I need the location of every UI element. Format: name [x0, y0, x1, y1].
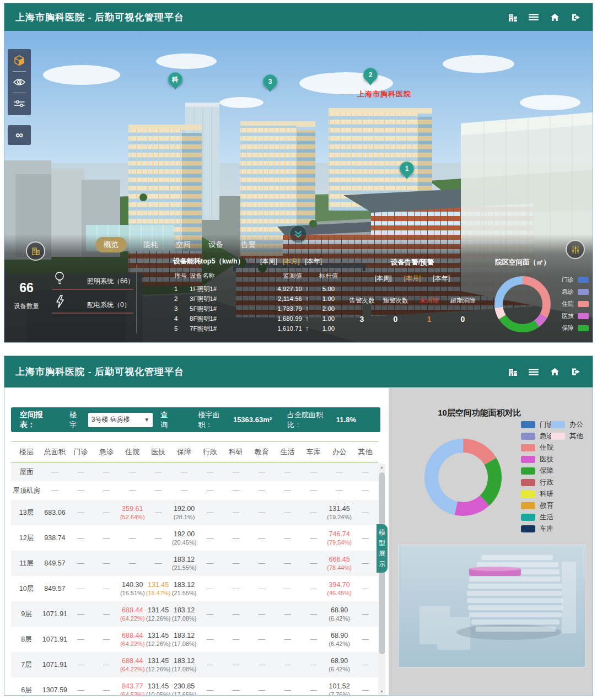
- cell-value: 68.90: [326, 657, 352, 665]
- table-cell: —: [249, 636, 275, 643]
- legend-swatch: [521, 433, 535, 440]
- alarm-stats: 告警次数预警次数未消除超期消除3010: [345, 297, 480, 324]
- table-scrollbar[interactable]: ▲ ▼: [378, 464, 385, 695]
- model-display-tab[interactable]: 模型展示: [377, 524, 388, 573]
- settings-equalizer-button[interactable]: [566, 240, 585, 259]
- column-header-4: 住院: [120, 447, 146, 457]
- table-cell: —: [249, 610, 275, 618]
- marker-label: 1: [400, 161, 414, 176]
- query-button[interactable]: 查询: [160, 410, 175, 430]
- divider: [52, 289, 133, 290]
- menu-icon[interactable]: [528, 367, 540, 378]
- alarm-period-0[interactable]: [本周]: [375, 274, 392, 283]
- eye-icon[interactable]: [11, 75, 28, 89]
- menu-icon[interactable]: [528, 12, 540, 23]
- legend-swatch: [578, 289, 589, 295]
- energy-period-2[interactable]: [本年]: [305, 257, 322, 266]
- home-icon[interactable]: [548, 367, 561, 378]
- cell-value: —: [197, 686, 223, 694]
- legend-item: 其他: [551, 430, 583, 442]
- building-list-button[interactable]: [26, 241, 45, 261]
- cell-percent: (16.51%): [120, 590, 146, 596]
- building-marker-1[interactable]: 1: [400, 161, 414, 180]
- table-cell: 1071.91: [42, 661, 68, 669]
- table-cell: —: [120, 534, 146, 542]
- cell-value: —: [300, 509, 326, 516]
- cell-value: —: [42, 468, 68, 476]
- model-tab-char: 展: [379, 549, 385, 558]
- cell-value: —: [94, 559, 120, 567]
- alarm-period-2[interactable]: [本年]: [433, 274, 450, 283]
- home-icon[interactable]: [548, 12, 561, 23]
- scene-tab-0[interactable]: 概览: [95, 237, 127, 252]
- cell-value: —: [275, 636, 300, 643]
- cell-value: —: [300, 487, 326, 494]
- table-cell: —: [94, 686, 120, 694]
- scroll-down-arrow[interactable]: ▼: [378, 688, 385, 695]
- cell-percent: (79.54%): [326, 539, 352, 546]
- scene-tab-2[interactable]: 空间: [175, 237, 192, 252]
- table-cell: —: [275, 636, 300, 643]
- scene-tab-1[interactable]: 能耗: [142, 237, 159, 252]
- cell-value: —: [197, 534, 223, 542]
- device-count-value: 66: [9, 281, 44, 295]
- floor-cell: 屋顶机房: [11, 486, 42, 496]
- cell-value: —: [300, 661, 326, 669]
- table-cell: —: [68, 534, 94, 542]
- logout-icon[interactable]: [569, 367, 582, 378]
- building-marker-科[interactable]: 科: [168, 72, 182, 91]
- table-cell: —: [223, 610, 249, 618]
- legend-label: 行政: [540, 478, 553, 487]
- cell-value: —: [249, 661, 275, 669]
- table-cell: —: [171, 468, 197, 476]
- cell-percent: (28.1%): [171, 514, 197, 520]
- cell-value: —: [146, 509, 171, 516]
- energy-top5-title: 设备能耗top5（kw/h）: [173, 257, 244, 266]
- campus-3d-scene[interactable]: ∞ 科321 上海市胸科医院 概览能耗空间设备告警 66 设备数量 照明系统（6…: [4, 31, 593, 342]
- table-cell: —: [197, 686, 223, 694]
- energy-period-1[interactable]: [本月]: [283, 257, 300, 266]
- power-system-label[interactable]: 配电系统（0）: [87, 300, 142, 310]
- scroll-up-arrow[interactable]: ▲: [378, 464, 385, 471]
- building-marker-3[interactable]: 3: [263, 74, 277, 93]
- table-cell: —: [146, 509, 171, 516]
- marker-label: 科: [168, 72, 182, 87]
- alarm-stat-label: 告警次数: [345, 297, 379, 305]
- cell-value: —: [326, 487, 352, 494]
- alarm-block: 设备告警/预警 [本周][本月][本年] 告警次数预警次数未消除超期消除3010: [345, 258, 480, 324]
- sliders-icon[interactable]: [11, 96, 28, 111]
- table-cell: —: [223, 468, 249, 476]
- legend-label: 生活: [540, 513, 553, 522]
- cell-value: —: [223, 686, 249, 694]
- building-area-label: 楼宇面积：: [198, 410, 233, 430]
- table-cell: —: [326, 468, 352, 476]
- hospital-icon[interactable]: [507, 12, 519, 23]
- legend-label: 医技: [540, 455, 553, 464]
- scene-tab-3[interactable]: 设备: [207, 237, 224, 252]
- column-header-10: 生活: [275, 447, 300, 457]
- energy-row: 23F照明1#2,114.56↑1.00: [173, 294, 322, 304]
- model-3d-preview[interactable]: [398, 545, 585, 667]
- building-area-value: 15363.63m²: [233, 416, 272, 424]
- building-select[interactable]: 3号楼 病房楼 ▼: [88, 413, 153, 427]
- energy-period-0[interactable]: [本周]: [260, 257, 277, 266]
- table-cell: 192.00(20.45%): [171, 530, 197, 546]
- cell-value: —: [249, 610, 275, 618]
- cell-value: —: [94, 509, 120, 516]
- table-cell: —: [68, 559, 94, 567]
- table-cell: —: [94, 636, 120, 643]
- table-cell: —: [68, 661, 94, 669]
- alarm-period-1[interactable]: [本月]: [404, 274, 421, 283]
- hospital-icon[interactable]: [507, 367, 519, 378]
- cell-value: —: [249, 636, 275, 643]
- table-cell: —: [197, 534, 223, 542]
- legend-swatch: [551, 421, 565, 428]
- legend-swatch: [578, 325, 589, 331]
- cube-icon[interactable]: [11, 53, 28, 68]
- logout-icon[interactable]: [569, 12, 582, 23]
- chevron-down-icon[interactable]: [289, 225, 307, 243]
- infinity-icon[interactable]: ∞: [8, 125, 31, 145]
- scene-tab-4[interactable]: 告警: [240, 237, 257, 252]
- building-marker-2[interactable]: 2: [363, 68, 378, 87]
- lighting-system-label[interactable]: 照明系统（66）: [87, 277, 142, 286]
